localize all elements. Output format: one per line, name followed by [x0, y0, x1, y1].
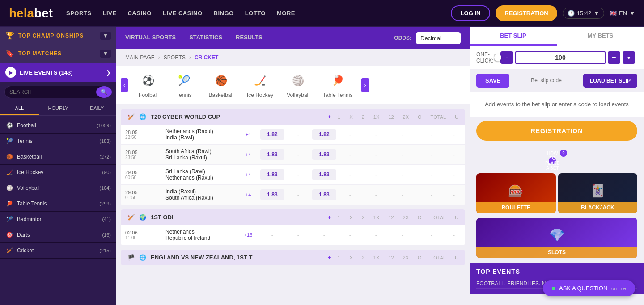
search-box: 🔍 — [0, 82, 116, 102]
sports-icon-tennis[interactable]: 🎾 Tennis — [166, 68, 202, 102]
t20-section: 🏏 🌐 T20 CYBER WORLD CUP + 1 X 2 1X 12 2X… — [121, 109, 465, 205]
match-1-odd2[interactable]: 1.82 — [312, 129, 336, 140]
odds-selector: ODDS: Decimal Fractional American — [394, 32, 461, 44]
bet-dropdown-button[interactable]: ▾ — [623, 51, 635, 64]
nav-virtual-sports[interactable]: VIRTUAL SPORTS — [125, 27, 176, 49]
filter-tab-all[interactable]: ALL — [0, 102, 39, 115]
match-2-plus[interactable]: +4 — [237, 152, 259, 157]
match-3-time: 00:50 — [125, 175, 165, 180]
match-2-1x: - — [337, 151, 363, 158]
sport-item-table-tennis[interactable]: 🏓 Table Tennis (299) — [0, 196, 116, 212]
nav-lotto[interactable]: LOTTO — [245, 8, 266, 19]
sports-icon-volleyball[interactable]: 🏐 Volleyball — [280, 68, 316, 102]
eng-col-u: U — [455, 255, 458, 260]
match-4-plus[interactable]: +4 — [237, 192, 259, 197]
time-display: 15:42 — [577, 10, 592, 17]
sport-item-basketball[interactable]: 🏀 Basketball (272) — [0, 149, 116, 165]
match-1-plus[interactable]: +4 — [237, 132, 259, 137]
match-1-odd1[interactable]: 1.82 — [260, 129, 284, 140]
search-button[interactable]: 🔍 — [96, 86, 112, 98]
sport-item-cricket[interactable]: 🏏 Cricket (215) — [0, 243, 116, 259]
t20-plus-button[interactable]: + — [328, 113, 331, 120]
nav-results[interactable]: RESULTS — [236, 27, 263, 49]
sport-item-darts[interactable]: 🎯 Darts (16) — [0, 227, 116, 243]
nav-casino[interactable]: CASINO — [127, 8, 152, 19]
nav-bingo[interactable]: BINGO — [214, 8, 234, 19]
sports-icon-football[interactable]: ⚽ Football — [130, 68, 166, 102]
sports-nav-left-arrow[interactable]: ‹ — [121, 78, 128, 92]
sport-item-football[interactable]: ⚽ Football (1059) — [0, 118, 116, 134]
sports-nav-right-arrow[interactable]: › — [361, 78, 369, 92]
match-4-time: 01:50 — [125, 195, 165, 200]
sport-item-tennis[interactable]: 🎾 Tennis (183) — [0, 134, 116, 149]
match-2-odd1[interactable]: 1.83 — [260, 149, 284, 160]
odi-header: 🏏 🌍 1ST ODI + 1 X 2 1X 12 2X O TOTAL U — [121, 209, 465, 225]
tab-my-bets[interactable]: MY BETS — [557, 27, 644, 46]
eng-col-total: TOTAL — [431, 255, 446, 260]
tab-bet-slip[interactable]: BET SLIP — [470, 27, 557, 46]
top-championships-section: 🏆 TOP CHAMPIONSHIPS ▼ — [0, 27, 116, 45]
match-3-odd2[interactable]: 1.83 — [312, 169, 336, 180]
sport-item-badminton[interactable]: 🏸 Badminton (41) — [0, 212, 116, 227]
slots-promo[interactable]: 💎 SLOTS — [476, 218, 637, 258]
sports-icon-basketball[interactable]: 🏀 Basketball — [202, 68, 240, 102]
login-button[interactable]: LOG IN — [451, 5, 491, 21]
nav-sports[interactable]: SPORTS — [66, 8, 91, 19]
live-events-bar[interactable]: LIVE EVENTS (143) ❯ — [0, 63, 116, 82]
match-2-odd2[interactable]: 1.83 — [312, 149, 336, 160]
chat-button[interactable]: ASK A QUESTION on-line — [543, 280, 635, 296]
chat-label: ASK A QUESTION — [559, 285, 607, 292]
roulette-promo[interactable]: 🎰 ROULETTE — [476, 173, 556, 213]
bet-minus-button[interactable]: - — [500, 51, 513, 64]
bet-plus-button[interactable]: + — [608, 51, 620, 64]
odi-match-teams: Netherlands Republic of Ireland — [165, 229, 237, 241]
logo-hela: hela — [9, 6, 34, 21]
how-to-place[interactable]: HOW TO PLACE A BET ? — [470, 145, 644, 169]
odi-plus-button[interactable]: + — [328, 214, 331, 221]
match-3-plus[interactable]: +4 — [237, 172, 259, 177]
live-play-button[interactable] — [5, 67, 16, 78]
odi-plus[interactable]: +16 — [237, 232, 259, 238]
load-bet-slip-button[interactable]: LOAD BET SLIP — [583, 74, 637, 88]
breadcrumb-main-page[interactable]: MAIN PAGE — [125, 54, 155, 61]
register-button[interactable]: REGISTRATION — [496, 5, 557, 21]
eng-col-12: 12 — [388, 255, 394, 260]
lang-widget[interactable]: 🇬🇧 EN ▼ — [610, 10, 635, 17]
t20-title: T20 CYBER WORLD CUP — [151, 113, 323, 120]
registration-big-button[interactable]: REGISTRATION — [476, 121, 637, 141]
search-input[interactable] — [4, 86, 110, 98]
basketball-name: Basketball — [17, 154, 96, 160]
bet-amount-input[interactable] — [515, 51, 606, 64]
sport-item-volleyball[interactable]: 🏐 Volleyball (164) — [0, 180, 116, 196]
one-click-toggle[interactable] — [494, 54, 498, 62]
darts-count: (16) — [102, 232, 111, 238]
nav-live[interactable]: LIVE — [103, 8, 117, 19]
time-dropdown-icon[interactable]: ▼ — [593, 10, 599, 17]
top-matches-header[interactable]: 🔖 TOP MATCHES ▼ — [0, 45, 116, 62]
odi-match-datetime: 02.06 11:00 — [125, 230, 165, 240]
blackjack-promo[interactable]: 🃏 BLACKJACK — [558, 173, 638, 213]
top-matches-toggle[interactable]: ▼ — [100, 50, 111, 58]
sports-icon-ice-hockey[interactable]: 🏒 Ice Hockey — [240, 68, 280, 102]
match-3-odd1[interactable]: 1.83 — [260, 169, 284, 180]
match-4-odd1[interactable]: 1.83 — [260, 189, 284, 200]
match-1-2x: - — [389, 131, 416, 138]
odds-select[interactable]: Decimal Fractional American — [416, 32, 461, 44]
breadcrumb-sports[interactable]: SPORTS — [164, 54, 186, 61]
save-button[interactable]: SAVE — [476, 74, 509, 88]
sports-icon-table-tennis[interactable]: 🏓 Table Tennis — [316, 68, 360, 102]
match-2-2x: - — [389, 151, 416, 158]
match-4-odd2[interactable]: 1.83 — [312, 189, 336, 200]
nav-more[interactable]: MORE — [277, 8, 295, 19]
sport-item-ice-hockey[interactable]: 🏒 Ice Hockey (90) — [0, 165, 116, 180]
nav-statistics[interactable]: STATISTICS — [189, 27, 222, 49]
breadcrumb-cricket: CRICKET — [195, 54, 218, 61]
top-championships-header[interactable]: 🏆 TOP CHAMPIONSHIPS ▼ — [0, 27, 116, 44]
filter-tab-daily[interactable]: DAILY — [77, 102, 116, 115]
filter-tab-hourly[interactable]: HOURLY — [39, 102, 78, 115]
top-championships-label: TOP CHAMPIONSHIPS — [18, 33, 84, 39]
match-1-u: - — [447, 131, 461, 138]
top-championships-toggle[interactable]: ▼ — [100, 32, 111, 40]
nav-live-casino[interactable]: LIVE CASINO — [163, 8, 203, 19]
eng-nz-plus-button[interactable]: + — [328, 254, 331, 261]
